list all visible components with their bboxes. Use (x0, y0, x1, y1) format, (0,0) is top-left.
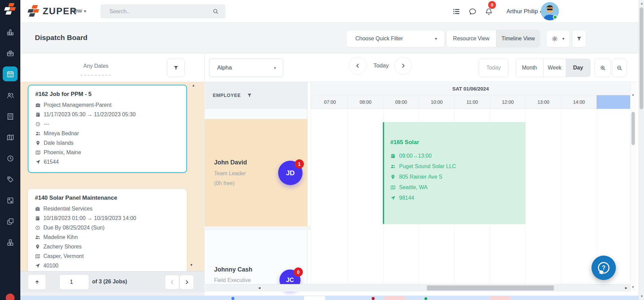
pin-icon (35, 140, 41, 146)
sidebar-item-dispatch-board[interactable] (3, 66, 18, 81)
employee-filter-icon[interactable] (247, 93, 252, 98)
zuper-logo-mark[interactable] (4, 3, 17, 16)
map-icon (35, 254, 40, 259)
sidebar-item-customers[interactable] (3, 88, 18, 103)
scroll-down-icon[interactable]: ▼ (190, 263, 193, 267)
employee-column-header: EMPLOYEE (205, 82, 307, 109)
collapse-panel-button[interactable] (28, 274, 46, 290)
job-detail-address: Zachery Shores (35, 242, 180, 252)
sidebar-bottom-icon[interactable] (6, 294, 15, 300)
chat-icon[interactable] (469, 7, 477, 16)
scroll-up-icon[interactable]: ▲ (640, 2, 643, 5)
hour-cell: 08:00 (348, 95, 383, 109)
page-scrollbar[interactable]: ▲ ▼ (639, 0, 644, 300)
week-view-button[interactable]: Week (543, 59, 566, 77)
month-view-button[interactable]: Month (516, 59, 543, 77)
zoom-out-button[interactable] (612, 59, 627, 77)
employee-role: Field Executive (214, 277, 251, 283)
search-input[interactable] (101, 4, 225, 18)
new-menu-button[interactable]: New▾ (70, 7, 86, 14)
scroll-up-icon[interactable]: ▲ (192, 83, 195, 87)
task-list-icon[interactable] (452, 7, 460, 16)
settings-dropdown-button[interactable]: ▾ (546, 30, 570, 47)
job-title: #140 Solar Panel Maintenance (35, 195, 180, 201)
next-day-button[interactable] (394, 57, 412, 75)
navigation-icon (35, 159, 41, 165)
logo-tile (29, 13, 35, 17)
sidebar-item-assets[interactable] (3, 235, 18, 250)
vertical-scroll-thumb[interactable] (631, 112, 635, 145)
sidebar-item-timesheets[interactable] (3, 151, 18, 166)
board-filter-button[interactable] (572, 30, 586, 47)
zoom-in-button[interactable] (595, 59, 611, 77)
next-page-button[interactable] (180, 275, 194, 289)
zuper-brand-logo[interactable] (27, 5, 40, 18)
job-detail-address: Dale Islands (35, 138, 180, 148)
employee-sort-select[interactable]: Alpha▾ (209, 59, 283, 77)
avatar-initials: JC (286, 277, 294, 284)
resource-view-button[interactable]: Resource View (446, 30, 496, 47)
job-detail-category: Project Management-Parent (35, 100, 180, 110)
arrow-up-icon (34, 279, 40, 285)
sidebar-item-tags[interactable] (3, 172, 18, 187)
previous-day-button[interactable] (349, 57, 367, 75)
chevron-left-icon (169, 279, 175, 285)
search-icon[interactable] (212, 8, 219, 15)
sort-selected-value: Alpha (217, 64, 232, 71)
hour-cell: 12:00 (490, 95, 525, 109)
sidebar-item-territories[interactable] (3, 130, 18, 145)
users-icon (6, 92, 14, 99)
employee-row[interactable]: John David Team Leader (0h free) JD 1 (205, 119, 307, 226)
unassigned-jobs-panel: ▲ #162 Job for PPM - 5 Project Managemen… (20, 82, 204, 271)
scheduled-job-event[interactable]: #165 Solar 09:00→13:00 Puget Sound Solar… (383, 122, 525, 224)
help-button[interactable]: ? (591, 256, 616, 280)
user-name: Arthur Philip (506, 8, 538, 15)
chevron-down-icon: ▾ (562, 36, 564, 41)
bottom-fragment (304, 296, 325, 300)
job-card[interactable]: #162 Job for PPM - 5 Project Management-… (28, 85, 187, 173)
scroll-down-icon[interactable]: ▼ (640, 295, 643, 298)
timeline-view-button[interactable]: Timeline View (496, 30, 540, 47)
sidebar-item-estimates[interactable] (3, 193, 18, 208)
calculator-icon (6, 197, 14, 204)
page-title: Dispatch Board (35, 34, 87, 42)
job-card[interactable]: #140 Solar Panel Maintenance Residential… (28, 189, 187, 271)
page-scroll-thumb[interactable] (640, 7, 643, 109)
navigation-icon (390, 195, 396, 201)
map-icon (390, 185, 396, 190)
day-view-button[interactable]: Day (566, 59, 590, 77)
horizontal-scroll-thumb[interactable] (427, 285, 554, 291)
timeline-horizontal-scrollbar[interactable]: ◄ ► (205, 284, 630, 292)
job-filter-button[interactable] (167, 59, 185, 77)
job-detail-schedule: 10/18/2023 01:00 → 10/19/2023 14:00 (35, 214, 180, 223)
employee-row[interactable]: Johnny Cash Field Executive JC 0 (205, 230, 307, 284)
scroll-up-icon[interactable]: ▲ (631, 93, 635, 96)
bottom-edge-content (20, 296, 644, 300)
job-detail-customer: Mireya Bednar (35, 129, 180, 138)
scroll-right-icon[interactable]: ► (624, 286, 628, 290)
job-detail-schedule: 11/17/2023 05:30 → 11/22/2023 05:30 (35, 110, 180, 119)
employee-name: John David (214, 159, 247, 166)
scroll-down-icon[interactable]: ▼ (631, 285, 635, 289)
previous-page-button[interactable] (165, 275, 179, 289)
job-count-badge: 0 (294, 267, 303, 277)
sidebar-item-organization[interactable] (3, 109, 18, 124)
users-icon (35, 235, 40, 240)
sidebar-item-jobs[interactable] (3, 46, 18, 61)
building-icon (6, 113, 14, 120)
user-menu[interactable]: Arthur Philip▾ (506, 8, 542, 15)
date-filter-link[interactable]: Any Dates (65, 63, 126, 69)
job-detail-zip: 61544 (35, 157, 180, 167)
scroll-left-icon[interactable]: ◄ (257, 286, 261, 290)
today-view-button[interactable]: Today (479, 59, 508, 77)
page-number-input[interactable] (59, 274, 89, 290)
job-detail-zip: 40100 (35, 261, 180, 271)
quick-filter-label: Choose Quick Filter (355, 36, 403, 42)
timeline-vertical-scrollbar[interactable]: ▲ ▼ (630, 82, 636, 292)
go-to-today-link[interactable]: Today (369, 57, 393, 75)
sidebar-item-dashboard[interactable] (3, 25, 18, 40)
quick-filter-dropdown[interactable]: Choose Quick Filter▾ (346, 30, 445, 47)
event-zip: 98144 (390, 193, 525, 203)
month-label: Month (522, 65, 537, 71)
sidebar-item-documents[interactable] (3, 214, 18, 229)
